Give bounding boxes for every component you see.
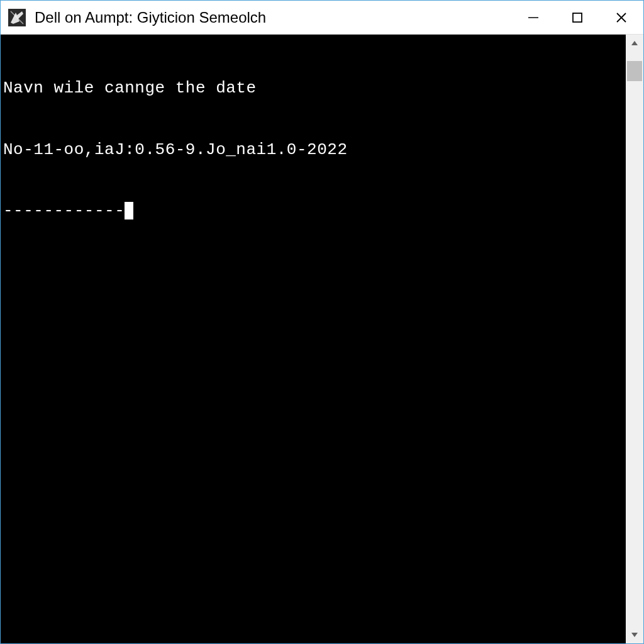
close-button[interactable] [599, 1, 643, 34]
text-cursor [125, 202, 133, 219]
window-controls [511, 1, 643, 34]
scrollbar-thumb[interactable] [627, 61, 642, 81]
scrollbar-track[interactable] [626, 52, 643, 626]
app-icon [8, 9, 26, 26]
titlebar: Dell on Aumpt: Giyticion Semeolch [1, 1, 643, 35]
console-area: Navn wile cannge the date No-11-oo,iaJ:0… [1, 35, 643, 643]
minimize-button[interactable] [511, 1, 555, 34]
console-content[interactable]: Navn wile cannge the date No-11-oo,iaJ:0… [1, 35, 626, 643]
console-text: ------------ [3, 201, 125, 221]
console-line: ------------ [3, 201, 623, 221]
window-title: Dell on Aumpt: Giyticion Semeolch [35, 9, 511, 26]
svg-rect-3 [573, 13, 582, 22]
scroll-down-arrow-icon[interactable] [626, 626, 643, 643]
console-line: Navn wile cannge the date [3, 78, 623, 99]
maximize-button[interactable] [555, 1, 599, 34]
console-line: No-11-oo,iaJ:0.56-9.Jo_nai1.0-2022 [3, 140, 623, 160]
scroll-up-arrow-icon[interactable] [626, 35, 643, 52]
vertical-scrollbar[interactable] [626, 35, 643, 643]
